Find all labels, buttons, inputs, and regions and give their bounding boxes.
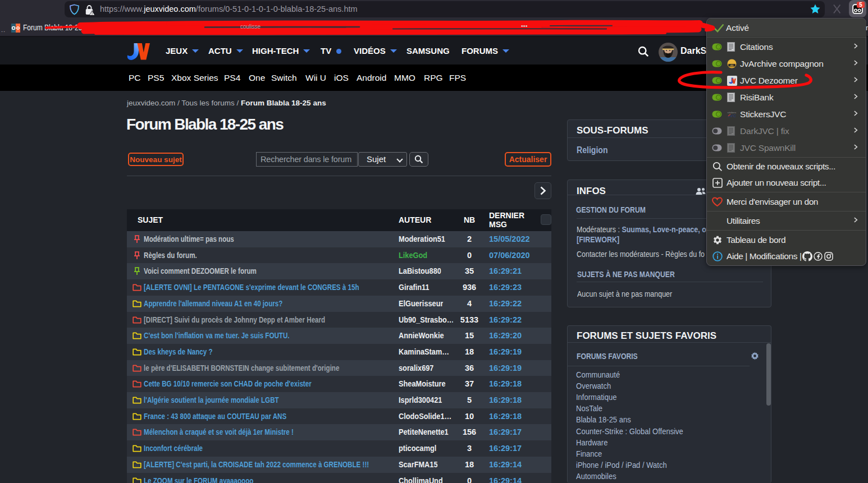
svg-text:#51: #51 [730,65,734,67]
